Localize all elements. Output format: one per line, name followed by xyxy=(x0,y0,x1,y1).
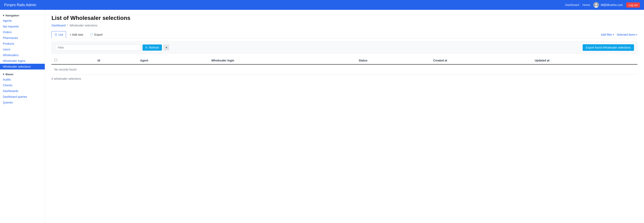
toolbar: ☷ List + Add new 📄 Export Add filter ▾ S… xyxy=(52,31,638,38)
brand: Pznpro Rails Admin xyxy=(4,3,36,7)
breadcrumb-dashboard-link[interactable]: Dashboard xyxy=(52,24,66,27)
sidebar-item-wholesaler-logins[interactable]: Wholesaler logins xyxy=(0,58,45,64)
chevron-down-icon-blazer: ▾ xyxy=(3,73,4,76)
sidebar-item-api-requests[interactable]: Api requests xyxy=(0,24,45,29)
home-link[interactable]: Home xyxy=(582,3,590,7)
svg-point-1 xyxy=(595,3,597,5)
wholesaler-selections-table: Id Agent Wholesaler login Status Created… xyxy=(52,57,638,75)
layout: ▾ Navigation Agents Api requests Orders … xyxy=(0,10,644,223)
chevron-down-icon-selected: ▾ xyxy=(636,33,638,36)
chevron-down-icon: ▾ xyxy=(3,14,4,17)
breadcrumb-separator: / xyxy=(67,24,68,27)
page-title: List of Wholesaler selections xyxy=(52,15,638,21)
sidebar-item-users[interactable]: Users xyxy=(0,47,45,52)
header: Pznpro Rails Admin Dashboard Home till@t… xyxy=(0,0,644,10)
sidebar-item-queries[interactable]: Queries xyxy=(0,100,45,105)
add-filter-button[interactable]: Add filter ▾ xyxy=(601,33,614,36)
user-info: till@tillcarlos.com xyxy=(593,2,623,8)
table-body: No records found xyxy=(52,64,638,75)
avatar xyxy=(593,2,599,8)
sidebar-item-audits[interactable]: Audits xyxy=(0,77,45,82)
sidebar-item-wholesalers[interactable]: Wholesalers xyxy=(0,52,45,58)
toolbar-right: Add filter ▾ Selected items ▾ xyxy=(601,33,638,36)
record-count: 0 wholesaler selections xyxy=(52,77,638,80)
col-header-created-at: Created at xyxy=(430,57,532,64)
sidebar-item-orders[interactable]: Orders xyxy=(0,29,45,35)
col-header-status: Status xyxy=(356,57,430,64)
add-new-button[interactable]: + Add new xyxy=(67,32,86,38)
refresh-button[interactable]: ↻ Refresh xyxy=(142,45,162,51)
selected-items-button[interactable]: Selected items ▾ xyxy=(616,33,638,36)
col-header-agent: Agent xyxy=(137,57,208,64)
filter-bar: ↻ Refresh × Export found Wholesaler sele… xyxy=(52,42,638,54)
export-found-button[interactable]: Export found Wholesaler selections xyxy=(583,44,634,51)
filter-bar-left: ↻ Refresh × xyxy=(55,44,580,51)
breadcrumb: Dashboard / Wholesaler selections xyxy=(52,24,638,27)
sidebar-item-agents[interactable]: Agents xyxy=(0,18,45,24)
logout-button[interactable]: Log out xyxy=(626,3,640,8)
sidebar-item-dashboards[interactable]: Dashboards xyxy=(0,88,45,94)
sidebar: ▾ Navigation Agents Api requests Orders … xyxy=(0,10,45,223)
table-header: Id Agent Wholesaler login Status Created… xyxy=(52,57,638,64)
blazer-section-header[interactable]: ▾ Blazer xyxy=(0,71,45,77)
refresh-icon: ↻ xyxy=(145,46,148,49)
sidebar-item-products[interactable]: Products xyxy=(0,41,45,47)
sidebar-item-checks[interactable]: Checks xyxy=(0,82,45,88)
navigation-section-header[interactable]: ▾ Navigation xyxy=(0,12,45,18)
table-wrapper: Id Agent Wholesaler login Status Created… xyxy=(52,57,638,75)
export-icon: 📄 xyxy=(90,33,93,36)
filter-input[interactable] xyxy=(55,44,141,51)
select-all-checkbox[interactable] xyxy=(54,59,57,61)
list-icon: ☷ xyxy=(54,33,57,36)
user-email: till@tillcarlos.com xyxy=(601,3,623,7)
col-header-id: Id xyxy=(95,57,137,64)
main-content: List of Wholesaler selections Dashboard … xyxy=(45,10,644,223)
clear-filter-button[interactable]: × xyxy=(164,45,169,51)
chevron-down-icon-filter: ▾ xyxy=(613,33,614,36)
export-button[interactable]: 📄 Export xyxy=(87,32,106,38)
sidebar-item-pharmacies[interactable]: Pharmacies xyxy=(0,35,45,41)
no-records-cell: No records found xyxy=(52,64,638,75)
sidebar-item-wholesaler-selections[interactable]: Wholesaler selections xyxy=(0,64,45,69)
breadcrumb-current: Wholesaler selections xyxy=(70,24,97,27)
toolbar-left: ☷ List + Add new 📄 Export xyxy=(52,31,106,38)
list-tab[interactable]: ☷ List xyxy=(52,31,66,38)
col-header-updated-at: Updated at xyxy=(532,57,638,64)
dashboard-link[interactable]: Dashboard xyxy=(565,3,579,7)
no-records-row: No records found xyxy=(52,64,638,75)
header-right: Dashboard Home till@tillcarlos.com Log o… xyxy=(565,2,640,8)
col-header-wholesaler-login: Wholesaler login xyxy=(208,57,356,64)
select-all-header[interactable] xyxy=(52,57,95,64)
sidebar-item-dashboard-queries[interactable]: Dashboard queries xyxy=(0,94,45,100)
